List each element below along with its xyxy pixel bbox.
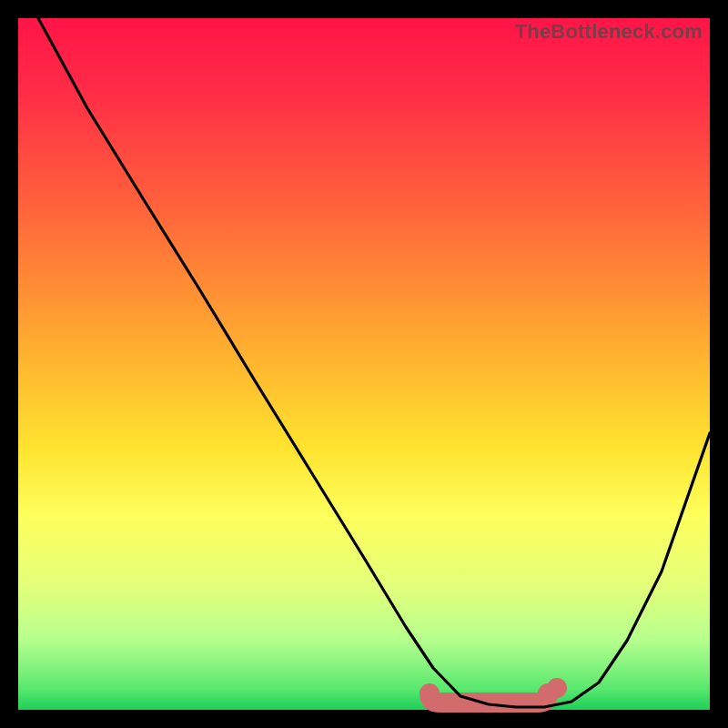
chart-svg — [18, 18, 710, 710]
svg-point-0 — [547, 678, 567, 698]
chart-frame: TheBottleneck.com — [18, 18, 710, 710]
bottleneck-curve — [38, 18, 710, 707]
watermark-text: TheBottleneck.com — [515, 20, 703, 44]
highlight-region — [430, 678, 567, 703]
